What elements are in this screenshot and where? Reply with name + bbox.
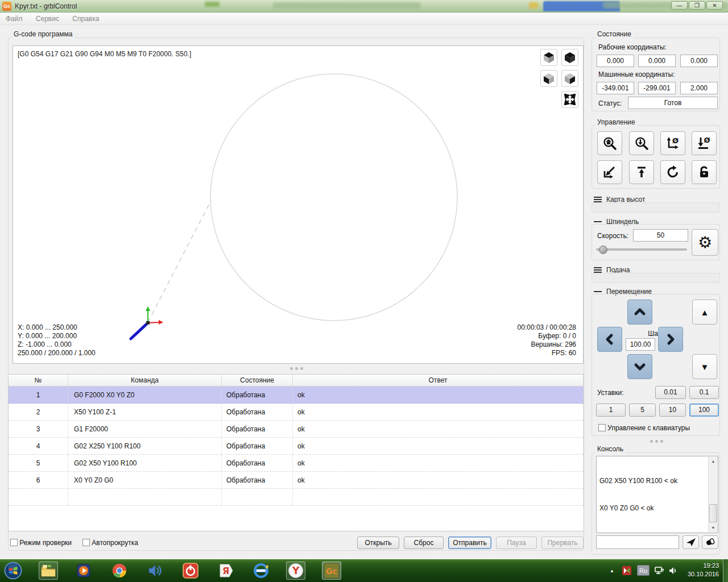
chevron-left-icon [603, 332, 617, 346]
preset-100-button[interactable]: 100 [689, 404, 719, 417]
console-send-button[interactable] [682, 535, 699, 549]
reset-button[interactable]: Сброс [404, 537, 444, 549]
tray-clock[interactable]: 19:23 30.10.2016 [681, 562, 719, 579]
jog-y-minus-button[interactable] [627, 354, 652, 379]
step-field[interactable]: 100.00 [626, 338, 655, 351]
console-input[interactable] [596, 535, 679, 549]
spindle-slider-track[interactable] [596, 248, 687, 251]
taskbar-ie-button[interactable] [251, 562, 271, 580]
check-mode-label: Режим проверки [19, 539, 72, 547]
search-probe-button[interactable] [629, 131, 654, 155]
taskbar-yandex-browser-button[interactable]: Y [286, 562, 305, 580]
preset-0.01-button[interactable]: 0.01 [655, 386, 686, 399]
network-icon [654, 566, 664, 575]
taskbar-grblcontrol-button[interactable]: Gc [322, 562, 341, 580]
keyboard-control-checkbox[interactable]: Управление с клавиатуры [598, 424, 690, 432]
scroll-up-arrow[interactable]: ▲ [709, 457, 718, 465]
spindle-toggle-button[interactable]: ⚙ [692, 229, 718, 256]
checkbox-box[interactable] [82, 539, 90, 546]
jog-y-plus-button[interactable] [627, 300, 652, 325]
console-clear-button[interactable] [702, 535, 718, 549]
jog-x-minus-button[interactable] [597, 327, 622, 352]
open-button[interactable]: Открыть [357, 537, 399, 549]
tray-expand-icon[interactable]: ▲ [610, 568, 614, 573]
taskbar-power-app-button[interactable] [181, 562, 200, 580]
restore-origin-button[interactable] [597, 160, 622, 184]
table-row[interactable]: 4 G02 X250 Y100 R100 Обработана ok [9, 438, 584, 455]
tray-language-indicator[interactable]: Ru [637, 565, 650, 576]
tray-kaspersky-icon[interactable] [620, 562, 634, 580]
status-label: Статус: [598, 99, 622, 107]
preset-10-button[interactable]: 10 [659, 404, 686, 417]
menu-service[interactable]: Сервис [30, 13, 65, 24]
send-button[interactable]: Отправить [448, 537, 491, 549]
machine-x-field[interactable]: -349.001 [597, 82, 634, 94]
view-top-button[interactable] [540, 49, 557, 66]
spindle-speed-field[interactable]: 50 [633, 229, 688, 242]
splitter-handle[interactable] [290, 367, 303, 370]
tray-volume-icon[interactable] [667, 562, 680, 580]
feed-collapsed-body [592, 273, 720, 283]
tray-network-icon[interactable] [652, 562, 667, 580]
console-scrollbar[interactable]: ▲ ▼ [708, 457, 717, 532]
scroll-thumb[interactable] [709, 504, 717, 522]
taskbar-chrome-button[interactable] [110, 562, 129, 580]
checkbox-box[interactable] [10, 539, 18, 546]
command-table[interactable]: № Команда Состояние Ответ 1 G0 F2000 X0 … [8, 374, 584, 531]
work-x-field[interactable]: 0.000 [597, 55, 634, 67]
reset-grbl-button[interactable] [660, 160, 685, 184]
view-side-button[interactable] [561, 70, 578, 87]
zero-z-button[interactable]: Ø [692, 131, 717, 155]
restore-button[interactable]: ❐ [689, 1, 705, 10]
work-z-field[interactable]: 0.000 [680, 55, 718, 67]
power-red-icon [183, 563, 198, 579]
show-desktop-button[interactable] [723, 559, 728, 582]
autoscroll-checkbox[interactable]: Автопрокрутка [82, 539, 138, 547]
spindle-slider-thumb[interactable] [599, 246, 607, 254]
check-mode-checkbox[interactable]: Режим проверки [10, 539, 72, 547]
preset-0.1-button[interactable]: 0.1 [689, 386, 719, 399]
gcode-visualizer[interactable]: [G0 G54 G17 G21 G90 G94 M0 M5 M9 T0 F200… [13, 45, 584, 364]
taskbar-yandex-button[interactable]: Я [216, 562, 235, 580]
chevron-up-icon [633, 305, 647, 319]
expand-arrows-icon [564, 94, 576, 105]
table-row[interactable]: 1 G0 F2000 X0 Y0 Z0 Обработана ok [9, 386, 584, 404]
menu-file[interactable]: Файл [0, 13, 28, 24]
table-row[interactable]: 5 G02 X50 Y100 R100 Обработана ok [9, 455, 584, 472]
cell-state: Обработана [222, 404, 293, 420]
view-isometric-button[interactable] [561, 49, 578, 66]
panel-splitter-handle[interactable] [650, 440, 663, 443]
taskbar-explorer-button[interactable] [39, 562, 58, 580]
preset-5-button[interactable]: 5 [629, 404, 656, 417]
jog-x-plus-button[interactable] [658, 327, 683, 352]
close-button[interactable]: ✕ [706, 1, 723, 10]
unlock-button[interactable] [692, 160, 717, 184]
machine-z-field[interactable]: 2.000 [680, 82, 718, 94]
work-coords-label: Рабочие координаты: [598, 43, 667, 51]
taskbar-volume-app-button[interactable] [146, 562, 165, 580]
table-row[interactable]: 6 X0 Y0 Z0 G0 Обработана ok [9, 472, 584, 489]
minimize-button[interactable]: — [671, 1, 688, 10]
cell-command: X50 Y100 Z-1 [68, 404, 222, 420]
console-output[interactable]: G02 X50 Y100 R100 < ok X0 Y0 Z0 G0 < ok … [596, 456, 718, 533]
table-row[interactable]: 3 G1 F20000 Обработана ok [9, 421, 584, 438]
zero-xy-button[interactable]: Ø [660, 131, 685, 155]
checkbox-box[interactable] [598, 424, 606, 431]
yandex-ya-icon: Я [218, 563, 233, 579]
jog-z-minus-button[interactable]: ▼ [692, 354, 717, 379]
taskbar-media-player-button[interactable] [75, 562, 94, 580]
view-front-button[interactable] [540, 70, 557, 87]
work-y-field[interactable]: 0.000 [638, 55, 676, 67]
svg-text:Я: Я [222, 566, 229, 576]
machine-y-field[interactable]: -299.001 [638, 82, 676, 94]
menu-help[interactable]: Справка [67, 13, 105, 24]
search-home-button[interactable] [597, 131, 622, 155]
svg-text:Gc: Gc [326, 567, 337, 576]
jog-z-plus-button[interactable]: ▲ [692, 300, 717, 325]
start-button[interactable] [3, 562, 23, 580]
safe-position-button[interactable] [629, 160, 654, 184]
fit-view-button[interactable] [561, 91, 578, 108]
scroll-down-arrow[interactable]: ▼ [709, 523, 718, 532]
table-row[interactable]: 2 X50 Y100 Z-1 Обработана ok [9, 404, 584, 421]
preset-1-button[interactable]: 1 [596, 404, 626, 417]
